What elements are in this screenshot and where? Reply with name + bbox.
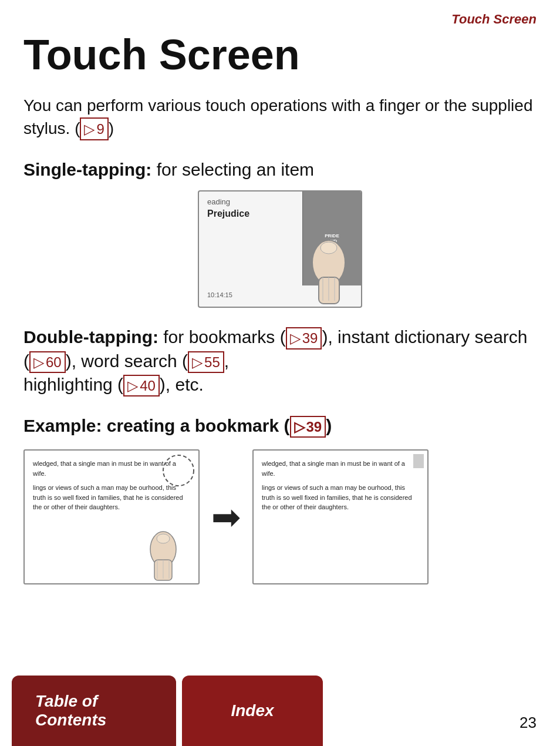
bottom-navigation: Table of Contents Index (0, 676, 560, 746)
double-tapping-heading: Double-tapping: for bookmarks (▷39), ins… (23, 325, 537, 396)
single-tapping-label-bold: Single-tapping: (23, 160, 151, 179)
double-tapping-section: Double-tapping: for bookmarks (▷39), ins… (23, 325, 537, 396)
dt-ref2-arrow: ▷ (33, 353, 44, 371)
intro-link-ref[interactable]: ▷9 (80, 117, 108, 141)
example-ref-page: 39 (306, 418, 322, 436)
double-tap-ref1[interactable]: ▷39 (286, 327, 322, 349)
tap-area-circle (161, 453, 196, 488)
dt-ref2-page: 60 (46, 353, 62, 371)
double-tapping-end: ), etc. (160, 375, 204, 394)
page-number: 23 (519, 714, 537, 732)
after-text-1: wledged, that a single man in must be in… (262, 459, 419, 478)
dt-ref3-page: 55 (204, 353, 220, 371)
intro-paragraph: You can perform various touch operations… (23, 94, 537, 141)
device-time: 10:14:15 (207, 291, 232, 298)
example-ref[interactable]: ▷39 (290, 416, 326, 438)
arrow-right-icon: ➡ (211, 496, 241, 537)
bookmark-after-image: wledged, that a single man in must be in… (252, 449, 429, 584)
finger-icon (302, 230, 355, 307)
toc-label: Table of Contents (35, 692, 153, 730)
double-tap-ref2[interactable]: ▷60 (29, 351, 66, 373)
svg-point-12 (157, 534, 170, 543)
svg-point-5 (321, 242, 337, 254)
page-title: Touch Screen (23, 33, 537, 78)
example-end: ) (326, 416, 332, 435)
single-tapping-image-area: eading Prejudice 10:14:15 PRIDEAND (23, 190, 537, 308)
device-screen: eading Prejudice 10:14:15 PRIDEAND (199, 191, 361, 307)
before-hand-icon (140, 525, 187, 583)
single-tapping-label-rest: for selecting an item (151, 160, 314, 179)
double-tap-ref3[interactable]: ▷55 (188, 351, 224, 373)
dt-ref1-page: 39 (302, 329, 318, 347)
intro-text-end: ) (109, 119, 114, 137)
example-heading: Example: creating a bookmark (▷39) (23, 414, 537, 438)
table-of-contents-button[interactable]: Table of Contents (12, 676, 176, 746)
header-label-text: Touch Screen (451, 12, 537, 26)
dt-ref4-arrow: ▷ (127, 377, 138, 395)
double-tapping-label-rest: for bookmarks ( (158, 327, 286, 347)
index-button[interactable]: Index (182, 676, 323, 746)
after-text-2: lings or views of such a man may be ourh… (262, 483, 419, 512)
double-tapping-mid2: ), word search ( (66, 351, 188, 371)
example-section: Example: creating a bookmark (▷39) wledg… (23, 414, 537, 584)
example-label-bold: Example: creating a bookmark ( (23, 416, 290, 435)
dt-ref4-page: 40 (140, 377, 156, 395)
dt-ref1-arrow: ▷ (290, 329, 301, 347)
example-ref-arrow: ▷ (294, 418, 305, 436)
bookmark-before-image: wledged, that a single man in must be in… (23, 449, 200, 584)
after-book-text: wledged, that a single man in must be in… (262, 459, 419, 512)
double-tapping-label-bold: Double-tapping: (23, 327, 158, 347)
device-mockup: eading Prejudice 10:14:15 PRIDEAND (198, 190, 362, 308)
single-tapping-heading: Single-tapping: for selecting an item (23, 158, 537, 181)
index-label: Index (231, 701, 274, 720)
svg-point-6 (163, 455, 194, 486)
double-tap-ref4[interactable]: ▷40 (123, 375, 160, 396)
dt-ref3-arrow: ▷ (192, 353, 203, 371)
page: Touch Screen Touch Screen You can perfor… (0, 0, 560, 746)
bookmark-tab (413, 454, 424, 468)
intro-ref-arrow: ▷ (84, 119, 95, 139)
bookmark-example-images: wledged, that a single man in must be in… (23, 449, 537, 584)
intro-ref-page: 9 (96, 119, 104, 139)
header-section-label: Touch Screen (23, 12, 537, 27)
